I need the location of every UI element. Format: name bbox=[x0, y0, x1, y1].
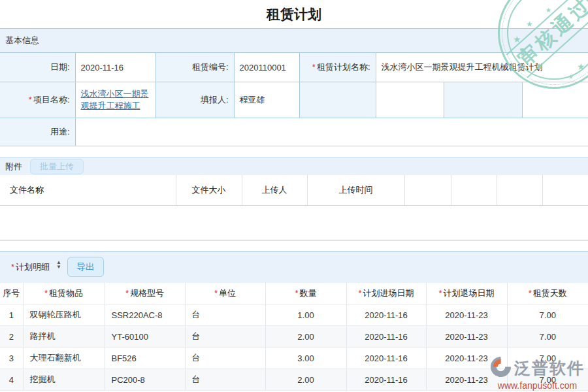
plan-table-cell: BF526 bbox=[105, 348, 185, 369]
plan-header-row: 序号*租赁物品*规格型号*单位*数量*计划进场日期*计划退场日期*租赁天数 bbox=[0, 283, 588, 304]
plan-table-cell: 挖掘机 bbox=[23, 369, 105, 391]
empty-label-cell bbox=[299, 82, 376, 118]
plan-detail-section-bar: *计划明细 ▲▼ 导出 bbox=[0, 251, 588, 283]
sort-toggle-icon[interactable]: ▲▼ bbox=[56, 263, 61, 272]
plan-table-cell: 2 bbox=[0, 326, 23, 348]
required-mark: * bbox=[29, 95, 32, 105]
plan-table-cell: 3.00 bbox=[265, 348, 346, 369]
plan-table-cell: YT-60100 bbox=[105, 326, 185, 348]
attachments-column-header: 文件大小 bbox=[176, 175, 242, 205]
required-mark: * bbox=[125, 288, 129, 298]
plan-table-cell: 7.00 bbox=[507, 304, 588, 326]
plan-table-cell: 4 bbox=[0, 369, 23, 391]
fanpu-logo-watermark: 泛普软件 www.fanpusoft.com bbox=[490, 356, 585, 391]
plan-table-cell: PC200-8 bbox=[105, 369, 185, 391]
required-mark: * bbox=[295, 288, 298, 298]
fanpu-logo-url: www.fanpusoft.com bbox=[490, 380, 585, 391]
plan-table-cell: 台 bbox=[185, 348, 265, 369]
plan-column-header: *计划进场日期 bbox=[346, 283, 426, 304]
rental-code-label: 租赁编号: bbox=[155, 53, 234, 82]
basic-info-section-bar: 基本信息 bbox=[0, 28, 588, 52]
date-value: 2020-11-16 bbox=[75, 53, 155, 82]
fanpu-logo-text: 泛普软件 bbox=[514, 357, 585, 379]
plan-table-cell: 台 bbox=[185, 369, 265, 391]
plan-table-cell: 1.00 bbox=[265, 304, 346, 326]
attachments-header-row: 文件名称文件大小上传人上传时间 bbox=[0, 175, 588, 205]
attachments-table: 文件名称文件大小上传人上传时间 bbox=[0, 175, 588, 206]
project-name-cell: 浅水湾小区一期景观提升工程施工 bbox=[75, 82, 155, 118]
plan-column-header: *规格型号 bbox=[105, 283, 185, 304]
plan-column-header: 序号 bbox=[0, 283, 23, 304]
plan-table-cell: 1 bbox=[0, 304, 23, 326]
plan-table-cell: SSR220AC-8 bbox=[105, 304, 185, 326]
required-mark: * bbox=[214, 288, 218, 298]
empty-value-cell bbox=[376, 82, 444, 118]
plan-table-cell: 2020-11-16 bbox=[346, 326, 426, 348]
attachments-section-title: 附件 bbox=[5, 161, 22, 172]
required-mark: * bbox=[438, 288, 442, 298]
attachments-column-header bbox=[542, 175, 588, 205]
plan-name-value: 浅水湾小区一期景观提升工程机械租赁计划 bbox=[376, 53, 588, 82]
reporter-value: 程亚雄 bbox=[234, 82, 299, 118]
required-mark: * bbox=[312, 62, 316, 72]
project-name-label: *项目名称: bbox=[0, 82, 75, 118]
rental-code-value: 2020110001 bbox=[234, 53, 299, 82]
basic-info-section-title: 基本信息 bbox=[5, 35, 39, 46]
attachments-column-header bbox=[497, 175, 542, 205]
date-label: 日期: bbox=[0, 53, 75, 82]
basic-info-table: 日期: 2020-11-16 租赁编号: 2020110001 *租赁计划名称:… bbox=[0, 52, 588, 146]
plan-column-header: *计划退场日期 bbox=[426, 283, 507, 304]
attachments-column-header: 上传人 bbox=[242, 175, 307, 205]
reporter-label: 填报人: bbox=[155, 82, 234, 118]
batch-upload-button[interactable]: 批量上传 bbox=[30, 159, 84, 174]
export-button[interactable]: 导出 bbox=[67, 257, 104, 277]
plan-table-cell: 2.00 bbox=[265, 326, 346, 348]
plan-table-cell: 双钢轮压路机 bbox=[23, 304, 105, 326]
plan-table-cell: 路拌机 bbox=[23, 326, 105, 348]
plan-column-header: *租赁天数 bbox=[507, 283, 588, 304]
plan-table-cell: 2020-11-23 bbox=[426, 326, 507, 348]
plan-table-cell: 2020-11-16 bbox=[346, 369, 426, 391]
page-title: 租赁计划 bbox=[0, 0, 588, 28]
plan-name-label: *租赁计划名称: bbox=[299, 53, 376, 82]
empty-value-cell bbox=[522, 82, 588, 118]
plan-table-cell: 2020-11-16 bbox=[346, 304, 426, 326]
required-mark: * bbox=[11, 262, 14, 272]
plan-table-cell: 台 bbox=[185, 304, 265, 326]
plan-table-cell: 3 bbox=[0, 348, 23, 369]
project-name-link[interactable]: 浅水湾小区一期景观提升工程施工 bbox=[81, 89, 149, 110]
plan-detail-section-title: *计划明细 bbox=[11, 261, 50, 273]
attachments-section-bar: 附件 批量上传 bbox=[0, 157, 588, 175]
plan-table-cell: 2.00 bbox=[265, 369, 346, 391]
fanpu-logo-icon bbox=[490, 356, 512, 380]
plan-table-row: 1双钢轮压路机SSR220AC-8台1.002020-11-162020-11-… bbox=[0, 304, 588, 326]
empty-label-cell bbox=[444, 82, 522, 118]
purpose-value bbox=[75, 118, 588, 146]
plan-table-cell: 7.00 bbox=[507, 326, 588, 348]
attachments-column-header: 上传时间 bbox=[307, 175, 404, 205]
purpose-label: 用途: bbox=[0, 118, 75, 146]
plan-table-cell: 2020-11-23 bbox=[426, 304, 507, 326]
plan-table-row: 2路拌机YT-60100台2.002020-11-162020-11-237.0… bbox=[0, 326, 588, 348]
attachments-column-header: 文件名称 bbox=[0, 175, 176, 205]
required-mark: * bbox=[529, 288, 532, 298]
plan-table-cell: 台 bbox=[185, 326, 265, 348]
required-mark: * bbox=[358, 288, 361, 298]
plan-column-header: *单位 bbox=[185, 283, 265, 304]
plan-table-cell: 大理石翻新机 bbox=[23, 348, 105, 369]
plan-column-header: *数量 bbox=[265, 283, 346, 304]
attachments-column-header bbox=[451, 175, 497, 205]
required-mark: * bbox=[44, 288, 48, 298]
plan-table-cell: 2020-11-16 bbox=[346, 348, 426, 369]
plan-column-header: *租赁物品 bbox=[23, 283, 105, 304]
attachments-column-header bbox=[404, 175, 451, 205]
attachments-empty-area bbox=[0, 206, 588, 240]
